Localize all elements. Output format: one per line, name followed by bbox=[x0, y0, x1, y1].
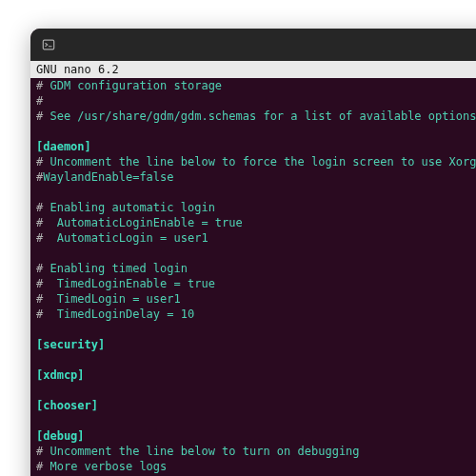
editor-text: WaylandEnable=false bbox=[43, 170, 173, 184]
comment-mark: # bbox=[36, 94, 43, 108]
editor-text: AutomaticLoginEnable = true bbox=[43, 216, 243, 229]
editor-line bbox=[36, 383, 476, 398]
editor-line: [daemon] bbox=[36, 139, 476, 154]
editor-text: See /usr/share/gdm/gdm.schemas for a lis… bbox=[43, 109, 476, 123]
editor-line bbox=[36, 352, 476, 367]
editor-text: Uncomment the line below to turn on debu… bbox=[43, 445, 359, 458]
editor-line: # Uncomment the line below to force the … bbox=[36, 154, 476, 169]
editor-text: AutomaticLogin = user1 bbox=[43, 231, 208, 245]
nano-title-bar: GNU nano 6.2 bbox=[30, 61, 476, 78]
editor-line: # AutomaticLogin = user1 bbox=[36, 230, 476, 246]
editor-line: # AutomaticLoginEnable = true bbox=[36, 215, 476, 230]
editor-line: [debug] bbox=[36, 428, 476, 444]
terminal-icon bbox=[42, 38, 55, 51]
editor-text: More verbose logs bbox=[43, 460, 167, 473]
editor-text: TimedLogin = user1 bbox=[43, 292, 181, 306]
editor-line: # More verbose logs bbox=[36, 459, 476, 474]
nano-editor-area[interactable]: # GDM configuration storage## See /usr/s… bbox=[30, 78, 476, 476]
editor-text: [security] bbox=[36, 338, 105, 351]
editor-line: [chooser] bbox=[36, 398, 476, 413]
editor-line: #WaylandEnable=false bbox=[36, 169, 476, 185]
editor-text: TimedLoginDelay = 10 bbox=[43, 307, 194, 321]
editor-text: [debug] bbox=[36, 429, 85, 443]
editor-line: # Enabling automatic login bbox=[36, 200, 476, 215]
editor-line: # bbox=[36, 93, 476, 109]
editor-line bbox=[36, 246, 476, 261]
editor-line bbox=[36, 322, 476, 337]
editor-line: [xdmcp] bbox=[36, 367, 476, 383]
window-titlebar[interactable] bbox=[30, 29, 476, 61]
editor-text: Uncomment the line below to force the lo… bbox=[43, 155, 476, 169]
editor-line: # Enabling timed login bbox=[36, 261, 476, 276]
editor-text: [daemon] bbox=[36, 140, 91, 153]
editor-text: [chooser] bbox=[36, 399, 98, 412]
svg-rect-0 bbox=[43, 40, 53, 50]
editor-line: # TimedLoginDelay = 10 bbox=[36, 307, 476, 322]
editor-line: # GDM configuration storage bbox=[36, 78, 476, 93]
editor-line bbox=[36, 124, 476, 139]
editor-text: Enabling timed login bbox=[43, 262, 188, 275]
editor-line bbox=[36, 185, 476, 200]
editor-text: Enabling automatic login bbox=[43, 201, 215, 214]
editor-line: # TimedLogin = user1 bbox=[36, 291, 476, 307]
editor-line: # TimedLoginEnable = true bbox=[36, 276, 476, 291]
editor-line: # See /usr/share/gdm/gdm.schemas for a l… bbox=[36, 109, 476, 124]
editor-text: TimedLoginEnable = true bbox=[43, 277, 215, 290]
editor-text: GDM configuration storage bbox=[43, 79, 222, 92]
terminal-window: GNU nano 6.2 # GDM configuration storage… bbox=[30, 29, 476, 476]
editor-line: # Uncomment the line below to turn on de… bbox=[36, 444, 476, 459]
editor-line: [security] bbox=[36, 337, 476, 352]
editor-text: [xdmcp] bbox=[36, 368, 85, 382]
editor-line bbox=[36, 413, 476, 428]
